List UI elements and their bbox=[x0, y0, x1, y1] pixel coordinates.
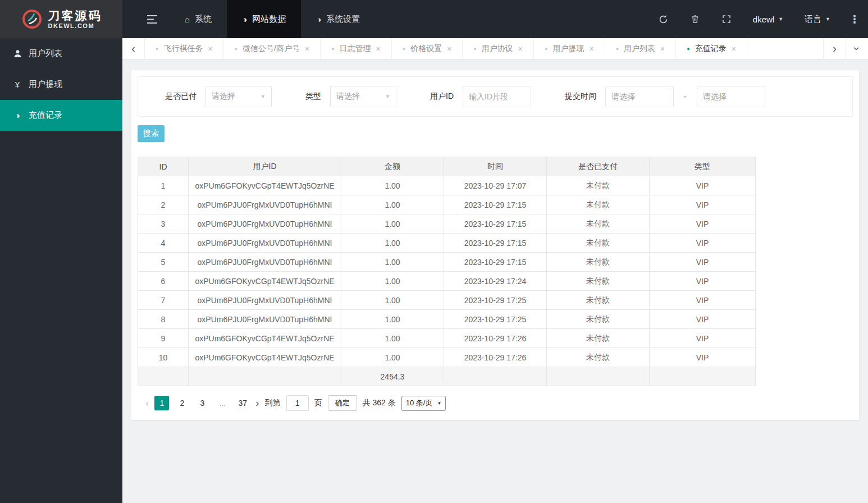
close-icon[interactable]: × bbox=[660, 44, 665, 53]
topnav-item-0[interactable]: ⌂系统 bbox=[170, 0, 227, 38]
goto-label: 到第 bbox=[265, 398, 281, 408]
refresh-icon[interactable] bbox=[648, 0, 679, 38]
sidebar-item-label: 用户提现 bbox=[29, 79, 62, 90]
topnav-item-1[interactable]: ◑网站数据 bbox=[227, 0, 301, 38]
topnav-item-2[interactable]: ◑系统设置 bbox=[301, 0, 375, 38]
time-to-input[interactable] bbox=[697, 86, 765, 107]
table-cell: 1.00 bbox=[341, 214, 444, 234]
userid-input[interactable] bbox=[463, 86, 531, 107]
table-cell: oxPUm6PJU0FrgMxUVD0TupH6hMNI bbox=[189, 291, 341, 310]
table-cell: 1.00 bbox=[341, 253, 444, 272]
table-cell: VIP bbox=[650, 272, 756, 291]
table-cell: 10 bbox=[138, 348, 189, 367]
table-cell: 2023-10-29 17:15 bbox=[444, 234, 547, 253]
type-filter-select[interactable]: 请选择 ▼ bbox=[330, 86, 396, 107]
table-cell: 1.00 bbox=[341, 291, 444, 310]
page-size-select[interactable]: 10 条/页 ▼ bbox=[401, 396, 446, 411]
close-icon[interactable]: × bbox=[376, 44, 381, 53]
more-menu-icon[interactable]: ⋮ bbox=[841, 0, 868, 38]
tab-2[interactable]: ●日志管理× bbox=[321, 38, 392, 59]
next-page-icon[interactable]: › bbox=[255, 396, 259, 410]
close-icon[interactable]: × bbox=[589, 44, 593, 53]
chevron-down-icon: ▼ bbox=[261, 94, 266, 99]
language-dropdown[interactable]: 语言 ▼ bbox=[794, 0, 841, 38]
close-icon[interactable]: × bbox=[208, 44, 212, 53]
time-from-input[interactable] bbox=[605, 86, 674, 107]
tab-dropdown-icon[interactable]: › bbox=[846, 38, 868, 59]
trash-icon[interactable] bbox=[679, 0, 711, 38]
close-icon[interactable]: × bbox=[518, 44, 523, 53]
table-cell: 2023-10-29 17:25 bbox=[444, 310, 547, 329]
tab-scroll-right-icon[interactable]: › bbox=[823, 38, 846, 59]
topnav-items: ⌂系统◑网站数据◑系统设置 bbox=[170, 0, 375, 38]
tab-1[interactable]: ●微信公号/商户号× bbox=[224, 38, 321, 59]
table-cell: 2023-10-29 17:07 bbox=[444, 176, 547, 195]
table-cell: 3 bbox=[138, 214, 189, 234]
total-count-label: 共 362 条 bbox=[363, 398, 396, 408]
goto-page-input[interactable] bbox=[286, 395, 309, 411]
tab-7[interactable]: ●充值记录× bbox=[676, 38, 747, 59]
tab-dot-icon: ● bbox=[545, 46, 547, 52]
table-cell: 未付款 bbox=[547, 176, 650, 195]
tab-6[interactable]: ●用户列表× bbox=[605, 38, 677, 59]
table-row: 4oxPUm6PJU0FrgMxUVD0TupH6hMNI1.002023-10… bbox=[138, 234, 756, 253]
table-cell: 1 bbox=[138, 176, 189, 195]
paid-filter-select[interactable]: 请选择 ▼ bbox=[205, 86, 272, 107]
close-icon[interactable]: × bbox=[732, 44, 736, 53]
tab-label: 充值记录 bbox=[695, 44, 727, 54]
tab-3[interactable]: ●价格设置× bbox=[392, 38, 463, 59]
table-cell: 未付款 bbox=[547, 329, 650, 348]
topbar-actions: dkewl ▼ 语言 ▼ ⋮ bbox=[648, 0, 868, 38]
table-cell: 2 bbox=[138, 195, 189, 214]
sidebar-item-1[interactable]: ¥用户提现 bbox=[0, 69, 122, 100]
sidebar-item-2[interactable]: ◑充值记录 bbox=[0, 100, 122, 131]
close-icon[interactable]: × bbox=[447, 44, 451, 53]
table-cell: 1.00 bbox=[341, 272, 444, 291]
total-cell bbox=[138, 367, 189, 386]
tab-4[interactable]: ●用户协议× bbox=[463, 38, 534, 59]
close-icon[interactable]: × bbox=[305, 44, 309, 53]
type-filter-label: 类型 bbox=[305, 92, 321, 102]
menu-toggle-icon[interactable] bbox=[135, 0, 170, 38]
fullscreen-icon[interactable] bbox=[711, 0, 742, 38]
total-cell bbox=[547, 367, 650, 386]
page-button-1[interactable]: 1 bbox=[154, 396, 169, 410]
page-button-3[interactable]: 3 bbox=[195, 396, 209, 410]
tab-bar: ‹ ●飞行棋任务×●微信公号/商户号×●日志管理×●价格设置×●用户协议×●用户… bbox=[122, 38, 868, 60]
userid-filter-label: 用户ID bbox=[430, 92, 454, 102]
search-button[interactable]: 搜索 bbox=[138, 125, 165, 142]
paid-filter-value: 请选择 bbox=[212, 92, 235, 102]
table-cell: 1.00 bbox=[341, 348, 444, 367]
tab-scroll-left-icon[interactable]: ‹ bbox=[122, 38, 145, 59]
table-cell: 未付款 bbox=[547, 214, 650, 234]
total-cell bbox=[444, 367, 547, 386]
tab-5[interactable]: ●用户提现× bbox=[534, 38, 605, 59]
table-cell: 1.00 bbox=[341, 329, 444, 348]
tab-0[interactable]: ●飞行棋任务× bbox=[145, 38, 224, 59]
table-total-row: 2454.3 bbox=[138, 367, 756, 386]
yen-icon: ¥ bbox=[12, 80, 22, 89]
prev-page-icon[interactable]: ‹ bbox=[145, 396, 149, 410]
confirm-button[interactable]: 确定 bbox=[328, 395, 357, 411]
page-button-2[interactable]: 2 bbox=[175, 396, 189, 410]
brand-logo-icon bbox=[21, 8, 43, 30]
tab-dot-icon: ● bbox=[403, 46, 405, 52]
table-cell: 5 bbox=[138, 253, 189, 272]
table-row: 1oxPUm6GFOKyvCGpT4EWTJq5OzrNE1.002023-10… bbox=[138, 176, 756, 195]
table-cell: VIP bbox=[650, 214, 756, 234]
chevron-down-icon: ▼ bbox=[437, 401, 441, 406]
userid-filter: 用户ID bbox=[430, 86, 531, 107]
table-row: 9oxPUm6GFOKyvCGpT4EWTJq5OzrNE1.002023-10… bbox=[138, 329, 756, 348]
page-button-37[interactable]: 37 bbox=[235, 396, 250, 410]
column-header: ID bbox=[138, 157, 189, 176]
settings-icon: ◑ bbox=[316, 15, 321, 24]
brand-subtitle: DKEWL.COM bbox=[48, 22, 102, 30]
column-header: 类型 bbox=[650, 157, 756, 176]
table-cell: 未付款 bbox=[547, 253, 650, 272]
table-row: 8oxPUm6PJU0FrgMxUVD0TupH6hMNI1.002023-10… bbox=[138, 310, 756, 329]
column-header: 时间 bbox=[444, 157, 547, 176]
sidebar-item-0[interactable]: 用户列表 bbox=[0, 38, 122, 69]
table-cell: oxPUm6PJU0FrgMxUVD0TupH6hMNI bbox=[189, 234, 341, 253]
page-size-value: 10 条/页 bbox=[406, 398, 433, 408]
user-dropdown[interactable]: dkewl ▼ bbox=[742, 0, 794, 38]
